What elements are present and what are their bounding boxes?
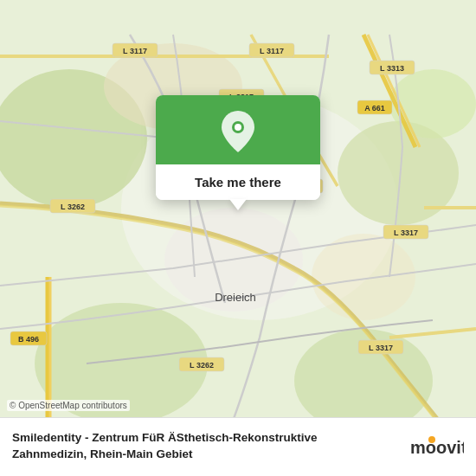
svg-text:Dreieich: Dreieich	[215, 291, 256, 304]
take-me-there-button[interactable]: Take me there	[156, 164, 320, 200]
svg-text:L 3317: L 3317	[369, 344, 393, 352]
main-container: L 3117 L 3117 L 3313 L 3317 A 661 561 L …	[0, 0, 476, 476]
place-info: Smiledentity - Zentrum FüR ÄSthetisch-Re…	[12, 430, 402, 461]
svg-text:L 3317: L 3317	[394, 228, 418, 237]
svg-point-7	[389, 69, 476, 138]
svg-point-46	[428, 436, 435, 443]
svg-point-44	[235, 124, 241, 131]
svg-text:L 3117: L 3117	[260, 47, 284, 55]
svg-text:L 3117: L 3117	[123, 47, 147, 55]
moovit-logo: moovit	[410, 434, 464, 459]
svg-point-9	[312, 234, 415, 320]
popup-header	[156, 95, 320, 164]
popup-tail	[229, 199, 247, 210]
svg-text:L 3262: L 3262	[190, 361, 214, 370]
place-name: Smiledentity - Zentrum FüR ÄSthetisch-Re…	[12, 430, 358, 461]
info-bar: Smiledentity - Zentrum FüR ÄSthetisch-Re…	[0, 417, 476, 476]
location-pin-icon	[222, 111, 254, 152]
svg-text:L 3262: L 3262	[61, 203, 85, 211]
svg-text:B 496: B 496	[18, 335, 39, 344]
copyright-text: © OpenStreetMap contributors	[7, 400, 130, 411]
location-popup: Take me there	[156, 95, 320, 200]
svg-text:L 3313: L 3313	[380, 64, 404, 73]
svg-text:moovit: moovit	[410, 438, 464, 457]
svg-text:A 661: A 661	[364, 104, 385, 113]
